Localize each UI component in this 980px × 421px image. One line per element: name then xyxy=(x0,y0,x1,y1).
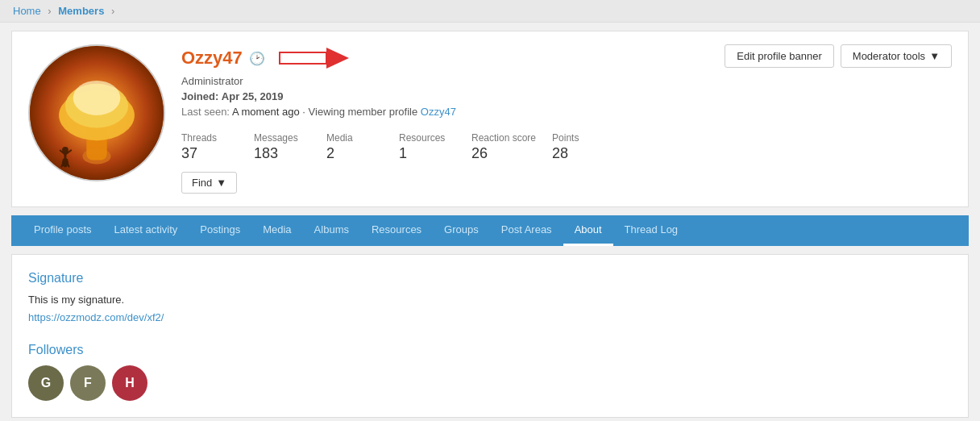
lastseen-label: Last seen: xyxy=(181,106,230,118)
stat-label: Resources xyxy=(399,132,445,144)
joined-date: Apr 25, 2019 xyxy=(222,90,284,102)
tab-about[interactable]: About xyxy=(563,215,613,246)
stat-value: 26 xyxy=(471,145,488,162)
find-button[interactable]: Find ▼ xyxy=(181,172,237,194)
tab-post-areas[interactable]: Post Areas xyxy=(490,215,563,246)
signature-section: Signature This is my signature. https://… xyxy=(28,271,952,323)
profile-joined: Joined: Apr 25, 2019 xyxy=(181,90,708,102)
profile-lastseen: Last seen: A moment ago · Viewing member… xyxy=(181,106,708,118)
arrow-indicator xyxy=(278,44,351,72)
tab-albums[interactable]: Albums xyxy=(303,215,360,246)
moderator-tools-button[interactable]: Moderator tools ▼ xyxy=(841,44,952,68)
stat-value: 1 xyxy=(399,145,407,162)
breadcrumb-sep1: › xyxy=(48,5,51,17)
avatar xyxy=(28,44,165,181)
signature-title: Signature xyxy=(28,271,952,286)
stat-value: 2 xyxy=(326,145,334,162)
profile-info: Ozzy47 🕑 Administrator Joined: Apr 25, 2… xyxy=(181,44,708,194)
nav-tabs: Profile postsLatest activityPostingsMedi… xyxy=(11,215,969,246)
svg-marker-14 xyxy=(326,48,349,69)
stat-item: Threads 37 xyxy=(181,132,254,162)
tab-resources[interactable]: Resources xyxy=(360,215,433,246)
signature-text: This is my signature. xyxy=(28,294,952,306)
stats-row: Threads 37 Messages 183 Media 2 Resource… xyxy=(181,132,708,162)
edit-profile-banner-button[interactable]: Edit profile banner xyxy=(725,44,834,68)
lastseen-action: · Viewing member profile xyxy=(302,106,417,118)
stat-value: 183 xyxy=(254,145,278,162)
joined-label: Joined: xyxy=(181,90,218,102)
profile-username: Ozzy47 xyxy=(181,48,243,69)
follower-avatars: GFH xyxy=(28,365,952,401)
tab-profile-posts[interactable]: Profile posts xyxy=(23,215,103,246)
stat-item: Points 28 xyxy=(552,132,625,162)
lastseen-link[interactable]: Ozzy47 xyxy=(421,106,456,118)
breadcrumb-home[interactable]: Home xyxy=(13,5,41,17)
follower-avatar-g[interactable]: G xyxy=(28,365,64,401)
followers-section: Followers GFH xyxy=(28,343,952,401)
svg-rect-13 xyxy=(280,52,326,64)
stat-label: Threads xyxy=(181,132,217,144)
stat-item: Reaction score 26 xyxy=(471,132,552,162)
history-icon[interactable]: 🕑 xyxy=(249,51,265,66)
tab-groups[interactable]: Groups xyxy=(433,215,490,246)
stat-value: 37 xyxy=(181,145,197,162)
stat-label: Media xyxy=(326,132,353,144)
top-actions: Edit profile banner Moderator tools ▼ xyxy=(725,44,952,68)
stat-item: Messages 183 xyxy=(254,132,326,162)
stat-item: Media 2 xyxy=(326,132,399,162)
follower-avatar-f[interactable]: F xyxy=(70,365,106,401)
find-chevron-icon: ▼ xyxy=(216,177,226,189)
signature-link[interactable]: https://ozzmodz.com/dev/xf2/ xyxy=(28,311,164,323)
mod-tools-chevron-icon: ▼ xyxy=(929,50,940,62)
tab-thread-log[interactable]: Thread Log xyxy=(613,215,690,246)
stat-item: Resources 1 xyxy=(399,132,471,162)
profile-role: Administrator xyxy=(181,75,708,87)
svg-point-5 xyxy=(73,81,121,115)
profile-name-row: Ozzy47 🕑 xyxy=(181,44,708,72)
stat-label: Points xyxy=(552,132,579,144)
breadcrumb: Home › Members › xyxy=(0,0,980,23)
tab-postings[interactable]: Postings xyxy=(189,215,251,246)
stat-value: 28 xyxy=(552,145,568,162)
mod-tools-label: Moderator tools xyxy=(853,50,925,62)
profile-card: Ozzy47 🕑 Administrator Joined: Apr 25, 2… xyxy=(11,31,969,207)
tab-media[interactable]: Media xyxy=(251,215,302,246)
stat-label: Reaction score xyxy=(471,132,536,144)
followers-title: Followers xyxy=(28,343,952,357)
breadcrumb-sep2: › xyxy=(111,5,114,17)
follower-avatar-h[interactable]: H xyxy=(112,365,147,401)
lastseen-status: A moment ago xyxy=(232,106,300,118)
content-area: Signature This is my signature. https://… xyxy=(11,254,969,418)
find-label: Find xyxy=(192,177,212,189)
tab-latest-activity[interactable]: Latest activity xyxy=(103,215,189,246)
breadcrumb-members[interactable]: Members xyxy=(58,5,104,17)
stat-label: Messages xyxy=(254,132,298,144)
